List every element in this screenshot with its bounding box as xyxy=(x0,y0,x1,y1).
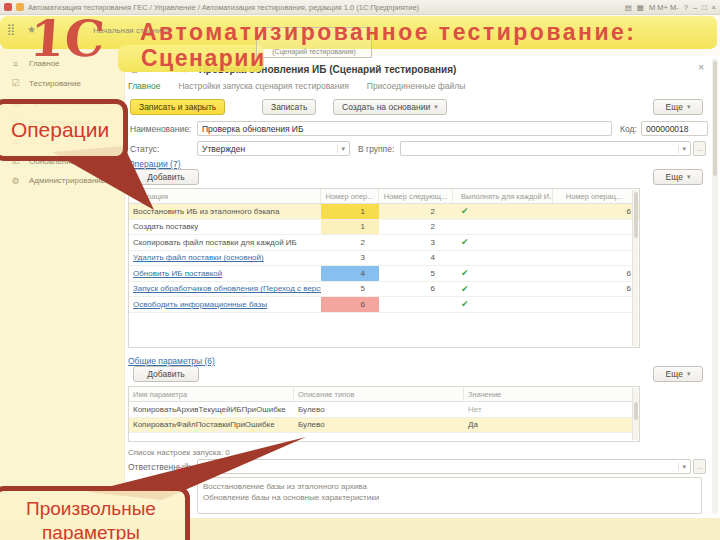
tab-attached-files[interactable]: Присоединенные файлы xyxy=(367,81,465,91)
minimize-button[interactable]: – xyxy=(693,3,697,12)
parameters-header: Имя параметра Описание типов Значение xyxy=(129,387,639,402)
operation-row[interactable]: Освободить информационные базы6✔ xyxy=(129,297,639,313)
operation-name[interactable]: Запуск обработчиков обновления (Переход … xyxy=(133,284,321,293)
responsible-open-button[interactable]: … xyxy=(693,459,706,474)
operations-scrollbar[interactable] xyxy=(632,190,638,346)
status-label: Статус: xyxy=(130,144,159,154)
app-icon xyxy=(4,3,12,11)
maximize-button[interactable]: □ xyxy=(702,3,707,12)
column-header[interactable]: Описание типов xyxy=(294,387,464,401)
responsible-select[interactable]: ▾ xyxy=(197,459,691,474)
operation-name[interactable]: Освободить информационные базы xyxy=(133,300,267,309)
operation-row[interactable]: Скопировать файл поставки для каждой ИБ2… xyxy=(129,235,639,251)
parameters-section-link[interactable]: Общие параметры (6) xyxy=(128,356,215,366)
operation-name-cell: Скопировать файл поставки для каждой ИБ xyxy=(129,235,321,250)
next-number-cell: 2 xyxy=(379,204,453,219)
menu-icon: ≡ xyxy=(9,59,22,69)
checkmark-icon: ✔ xyxy=(461,206,469,216)
parameter-name-cell: КопироватьАрхивТекущейИБПриОшибке xyxy=(129,402,294,417)
sidebar-item[interactable]: ⚙Администрирование xyxy=(0,171,124,191)
operations-add-button[interactable]: Добавить xyxy=(133,169,199,185)
operation-number2-cell xyxy=(553,251,639,266)
column-header[interactable]: Номер операц... xyxy=(553,189,639,203)
tab-main[interactable]: Главное xyxy=(128,81,160,91)
operation-number2-cell xyxy=(553,297,639,312)
column-header[interactable]: Операция xyxy=(129,189,321,203)
run-for-each-cell: ✔ xyxy=(453,204,553,219)
close-window-button[interactable]: × xyxy=(712,3,716,12)
next-number-cell: 4 xyxy=(379,251,453,266)
checkmark-icon: ✔ xyxy=(461,237,469,247)
operation-name: Создать поставку xyxy=(133,222,198,231)
help-button[interactable]: ? xyxy=(684,3,688,12)
chevron-down-icon: ▾ xyxy=(687,103,691,111)
next-number-cell xyxy=(379,297,453,312)
checkmark-icon: ✔ xyxy=(461,268,469,278)
column-header[interactable]: Имя параметра xyxy=(129,387,294,401)
comment-line: Обновление базы на основные характеристи… xyxy=(203,492,696,503)
callout-arbitrary-parameters: Произвольные параметры xyxy=(0,486,190,540)
scrollbar-thumb[interactable] xyxy=(634,402,638,420)
parameter-type-cell: Булево xyxy=(294,402,464,417)
parameter-row[interactable]: КопироватьАрхивТекущейИБПриОшибкеБулевоН… xyxy=(129,402,639,418)
operation-number2-cell xyxy=(553,220,639,235)
comment-line: Восстановление базы из эталонного архива xyxy=(203,481,696,492)
operation-row[interactable]: Восстановить ИБ из эталонного бэкапа12✔6 xyxy=(129,204,639,220)
close-form-icon[interactable]: × xyxy=(698,62,704,73)
sidebar-item[interactable]: ☑Тестирование xyxy=(0,74,124,94)
scrollbar-thumb[interactable] xyxy=(634,192,638,238)
status-select[interactable]: Утвержден ▾ xyxy=(197,141,350,156)
operations-section-link[interactable]: Операции (7) xyxy=(128,159,181,169)
parameters-more-button[interactable]: Еще ▾ xyxy=(653,366,703,382)
operation-name-cell: Освободить информационные базы xyxy=(129,297,321,312)
column-header[interactable]: Номер следующ... xyxy=(379,189,453,203)
operation-row[interactable]: Создать поставку12 xyxy=(129,220,639,236)
scrollbar-thumb[interactable] xyxy=(713,61,717,176)
column-header[interactable]: Номер опер... xyxy=(321,189,379,203)
name-label: Наименование: xyxy=(130,124,191,134)
chevron-down-icon: ▾ xyxy=(687,173,691,181)
operation-number-cell: 2 xyxy=(321,235,379,250)
group-open-button[interactable]: … xyxy=(693,141,706,156)
scale-mode-buttons[interactable]: M M+ M- xyxy=(649,3,679,12)
operation-name-cell: Обновить ИБ поставкой xyxy=(129,266,321,281)
next-number-cell: 3 xyxy=(379,235,453,250)
chevron-down-icon: ▾ xyxy=(687,370,691,378)
code-input[interactable] xyxy=(641,121,708,136)
form-scrollbar[interactable] xyxy=(712,58,718,514)
operations-more-button[interactable]: Еще ▾ xyxy=(653,169,703,185)
more-button-top[interactable]: Еще ▾ xyxy=(653,99,703,115)
parameter-row[interactable]: КопироватьФайлПоставкиПриОшибкеБулевоДа xyxy=(129,418,639,434)
parameters-scrollbar[interactable] xyxy=(632,388,638,440)
operation-row[interactable]: Обновить ИБ поставкой45✔6 xyxy=(129,266,639,282)
panel-icon-2[interactable]: ▦ xyxy=(637,3,644,12)
form-tabs: Главное Настройки запуска сценария тести… xyxy=(128,81,465,91)
create-based-on-button[interactable]: Создать на основании ▾ xyxy=(333,99,447,115)
save-and-close-button[interactable]: Записать и закрыть xyxy=(130,99,225,115)
tab-launch-settings[interactable]: Настройки запуска сценария тестирования xyxy=(178,81,348,91)
panel-icon[interactable]: ▤ xyxy=(625,3,632,12)
form-main: ⌂ ← → ☆ Проверка обновления ИБ (Сценарий… xyxy=(125,56,720,518)
slide: Автоматизация тестирования ГЕС / Управле… xyxy=(0,0,720,540)
parameter-value-cell: Да xyxy=(464,418,639,433)
slide-heading-line1: Автоматизированное тестирование: xyxy=(140,19,637,46)
operation-name-cell: Удалить файл поставки (основной) xyxy=(129,251,321,266)
sidebar-item-label: Тестирование xyxy=(29,79,81,88)
operation-name-cell: Восстановить ИБ из эталонного бэкапа xyxy=(129,204,321,219)
column-header[interactable]: Выполнять для каждой И... xyxy=(453,189,553,203)
operation-row[interactable]: Запуск обработчиков обновления (Переход … xyxy=(129,282,639,298)
apps-grid-icon[interactable]: ⣿ xyxy=(7,23,15,36)
launch-settings-count: Список настроек запуска: 0 xyxy=(128,448,230,457)
name-input[interactable] xyxy=(197,121,612,136)
operation-row[interactable]: Удалить файл поставки (основной)34 xyxy=(129,251,639,267)
group-select[interactable]: ▾ xyxy=(400,141,691,156)
operation-number-cell: 1 xyxy=(321,204,379,219)
operations-body: Восстановить ИБ из эталонного бэкапа12✔6… xyxy=(129,204,639,313)
column-header[interactable]: Значение xyxy=(464,387,639,401)
next-number-cell: 5 xyxy=(379,266,453,281)
comment-textarea[interactable]: Восстановление базы из эталонного архива… xyxy=(197,477,702,514)
save-button[interactable]: Записать xyxy=(262,99,316,115)
operation-name[interactable]: Удалить файл поставки (основной) xyxy=(133,253,264,262)
parameters-add-button[interactable]: Добавить xyxy=(133,366,199,382)
operation-name[interactable]: Обновить ИБ поставкой xyxy=(133,269,222,278)
